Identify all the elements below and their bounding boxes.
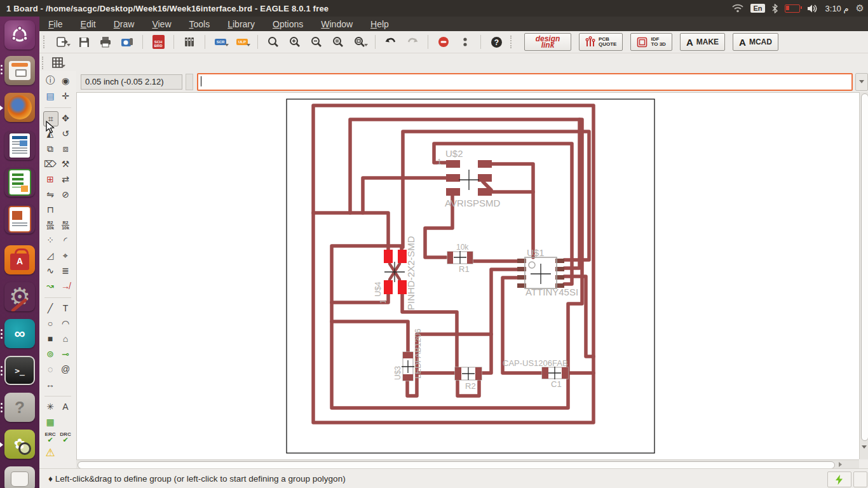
library-manager-button[interactable]	[180, 34, 198, 50]
launcher-item-ubuntu-software[interactable]: A	[4, 245, 35, 274]
zoom-select-button[interactable]	[329, 34, 347, 50]
board-canvas[interactable]: U$2 1 AVRISPSMD 10k R1 U$1 ATTINY45SI U$…	[76, 92, 860, 460]
tool-miter[interactable]: ◜	[58, 233, 72, 247]
menu-tools[interactable]: Tools	[180, 18, 219, 30]
idf-to-3d-button[interactable]: IDF TO 3D	[630, 33, 672, 51]
tool-errors[interactable]: ⚠	[43, 445, 57, 459]
battery-icon[interactable]	[785, 4, 800, 13]
launcher-item-libreoffice-writer[interactable]	[4, 131, 35, 160]
tool-delete[interactable]: ⌦	[43, 157, 57, 171]
tool-value[interactable]: R210k	[58, 218, 72, 232]
menu-options[interactable]: Options	[264, 18, 312, 30]
tool-ratsnest[interactable]: ≣	[58, 264, 72, 278]
tool-signal[interactable]: ⊸	[58, 347, 72, 361]
launcher-item-libreoffice-calc[interactable]	[4, 168, 35, 197]
horizontal-scrollbar[interactable]	[76, 459, 859, 469]
cam-processor-button[interactable]	[118, 34, 136, 50]
tool-rect[interactable]: ■	[43, 332, 57, 346]
design-link-button[interactable]: designlink	[524, 33, 571, 51]
launcher-item-terminal[interactable]: >_	[4, 356, 35, 385]
zoom-redraw-button[interactable]	[351, 34, 369, 50]
save-button[interactable]	[75, 34, 93, 50]
session-gear-icon[interactable]: ⚙	[856, 3, 864, 14]
tool-lock[interactable]: ⊘	[58, 187, 72, 201]
menu-help[interactable]: Help	[362, 18, 398, 30]
tool-move[interactable]: ✥	[58, 111, 72, 125]
tool-arc[interactable]: ◠	[58, 316, 72, 330]
tool-hole[interactable]: ◌	[43, 362, 57, 376]
redo-button[interactable]	[403, 34, 421, 50]
scroll-right-button[interactable]	[836, 460, 846, 469]
tool-attribute[interactable]: @	[58, 362, 72, 376]
launcher-item-files[interactable]	[4, 56, 35, 85]
tool-replace[interactable]: ⇄	[58, 172, 72, 186]
launcher-item-screenshot-tool[interactable]: ✿	[4, 430, 35, 459]
vertical-scrollbar-thumb[interactable]	[861, 93, 868, 441]
autorouter-status-box[interactable]	[827, 471, 851, 487]
launcher-item-ubuntu-dash[interactable]	[4, 20, 35, 50]
tool-array[interactable]: ▦	[43, 415, 57, 429]
menu-draw[interactable]: Draw	[105, 18, 144, 30]
tool-ripup[interactable]: ↛	[58, 279, 72, 293]
zoom-fit-button[interactable]	[264, 34, 282, 50]
tool-padlock[interactable]: ⊓	[43, 203, 57, 217]
tool-copy[interactable]: ⧉	[43, 142, 57, 156]
tool-rotate[interactable]: ↺	[58, 126, 72, 140]
tool-via[interactable]: ⊚	[43, 347, 57, 361]
launcher-item-firefox[interactable]	[4, 93, 35, 122]
volume-icon[interactable]	[807, 4, 818, 13]
command-input[interactable]	[200, 75, 857, 88]
mcad-button[interactable]: A MCAD	[733, 33, 778, 51]
launcher-item-help[interactable]: ?	[4, 393, 35, 422]
toolbar-drag-handle-2[interactable]	[510, 36, 515, 48]
menu-window[interactable]: Window	[312, 18, 362, 30]
toolbar-drag-handle[interactable]	[43, 36, 48, 48]
tool-wire[interactable]: ╱	[43, 301, 57, 315]
go-options-button[interactable]	[456, 34, 474, 50]
launcher-item-trash[interactable]	[4, 466, 35, 488]
run-ulp-button[interactable]: ULP	[233, 34, 251, 50]
tool-autoroute[interactable]: ✳	[43, 400, 57, 414]
tool-pinswap[interactable]: ⇋	[43, 187, 57, 201]
tool-circle[interactable]: ○	[43, 316, 57, 330]
pcb-quote-button[interactable]: PCB QUOTE	[579, 33, 623, 51]
print-button[interactable]	[97, 34, 114, 50]
tool-text[interactable]: T	[58, 301, 72, 315]
launcher-item-system-settings[interactable]: ⚙	[4, 282, 35, 311]
menu-edit[interactable]: Edit	[72, 18, 105, 30]
tool-dimension[interactable]: ↔	[43, 377, 57, 391]
scroll-down-button[interactable]	[860, 443, 868, 453]
vertical-scrollbar[interactable]	[859, 92, 868, 459]
wifi-icon[interactable]	[732, 4, 743, 13]
tool-route[interactable]: ↝	[43, 279, 57, 293]
help-button[interactable]: ?	[487, 34, 505, 50]
launcher-item-libreoffice-impress[interactable]	[4, 205, 35, 234]
tool-name[interactable]: R210k	[43, 218, 57, 232]
clock[interactable]: م 3:10	[825, 4, 849, 13]
launcher-item-arduino[interactable]: ∞	[4, 319, 35, 348]
undo-button[interactable]	[382, 34, 400, 50]
zoom-in-button[interactable]	[286, 34, 304, 50]
tool-optimize[interactable]: ⌖	[58, 248, 72, 262]
tool-show[interactable]: ◉	[58, 74, 72, 88]
menu-library[interactable]: Library	[219, 18, 264, 30]
menu-file[interactable]: File	[39, 18, 72, 30]
open-file-button[interactable]	[53, 34, 71, 50]
make-button[interactable]: A MAKE	[680, 33, 725, 51]
tool-meander[interactable]: ∿	[43, 264, 57, 278]
tool-drc[interactable]: DRC✔	[58, 430, 72, 444]
tool-add[interactable]: ⊞	[43, 172, 57, 186]
switch-to-schematic-button[interactable]: SCHBRD	[149, 34, 167, 50]
tool-paste[interactable]: ⧈	[58, 142, 72, 156]
bluetooth-icon[interactable]	[772, 4, 778, 13]
tool-mark[interactable]: ✛	[58, 89, 72, 103]
stop-button[interactable]	[435, 34, 452, 50]
tool-smash[interactable]: ⁘	[43, 233, 57, 247]
menu-view[interactable]: View	[143, 18, 180, 30]
grid-row-handle[interactable]	[42, 57, 47, 69]
tool-info[interactable]: ⓘ	[43, 74, 57, 88]
command-history-dropdown[interactable]	[855, 73, 868, 91]
tool-change[interactable]: ⚒	[58, 157, 72, 171]
run-script-button[interactable]: SCR	[212, 34, 229, 50]
tool-split[interactable]: ◿	[43, 248, 57, 262]
